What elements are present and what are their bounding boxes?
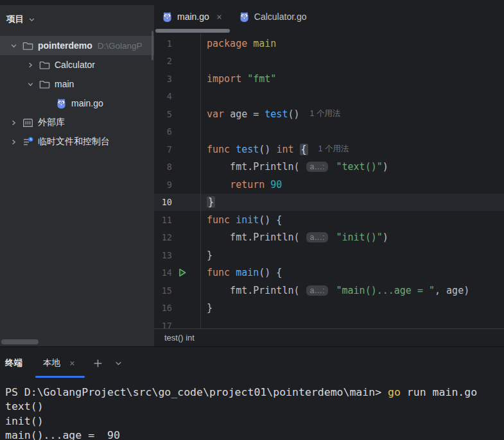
line-number[interactable]: 8 — [154, 162, 172, 172]
terminal-line: PS D:\GolangProject\src\go_code\project0… — [5, 385, 504, 400]
line-number[interactable]: 10 — [154, 197, 172, 207]
plus-icon — [92, 358, 103, 369]
code-line-9[interactable]: 9 return 90 — [154, 176, 504, 194]
token-pl — [247, 38, 253, 49]
editor-tab-Calculator.go[interactable]: Calculator.go — [231, 0, 315, 33]
editor-gutter: 10 — [154, 197, 200, 207]
code-line-14[interactable]: 14func main() { — [154, 264, 504, 282]
close-icon[interactable] — [215, 13, 223, 21]
line-number[interactable]: 15 — [154, 285, 172, 296]
project-view-selector[interactable]: 项目 — [0, 5, 154, 33]
tree-item-外部库[interactable]: 外部库 — [0, 113, 154, 132]
line-number[interactable]: 11 — [154, 215, 172, 225]
code-line-6[interactable]: 6 — [154, 123, 504, 141]
usages-inlay-hint[interactable]: 1 个用法 — [310, 108, 341, 119]
line-number[interactable]: 16 — [154, 303, 172, 313]
tree-item-临时文件和控制台[interactable]: 临时文件和控制台 — [0, 132, 154, 151]
code-line-7[interactable]: 7func test() int {1 个用法 — [154, 140, 504, 158]
code-text: package main — [200, 38, 276, 49]
code-text: } — [200, 196, 215, 208]
terminal-options-button[interactable] — [110, 355, 126, 371]
code-line-15[interactable]: 15 fmt.Println( a…: "main()...age = ", a… — [154, 282, 504, 300]
go-file-icon — [239, 12, 250, 22]
line-number[interactable]: 3 — [154, 74, 172, 84]
code-line-17[interactable]: 17 — [154, 317, 504, 328]
line-number[interactable]: 9 — [154, 180, 172, 190]
code-text: func init() { — [200, 214, 282, 226]
token-kw: return — [230, 179, 265, 190]
line-number[interactable]: 4 — [154, 91, 172, 101]
code-line-11[interactable]: 11func init() { — [154, 211, 504, 229]
token-pl: , — [435, 285, 446, 296]
editor-tab-label: main.go — [177, 12, 209, 22]
token-pl — [230, 214, 236, 226]
token-pl: . — [247, 232, 253, 243]
new-terminal-button[interactable] — [90, 355, 105, 371]
line-number[interactable]: 12 — [154, 232, 172, 242]
terminal-output[interactable]: PS D:\GolangProject\src\go_code\project0… — [0, 379, 504, 440]
editor-gutter: 4 — [154, 91, 200, 101]
editor-tab-main.go[interactable]: main.go — [154, 0, 231, 33]
chevron-right-icon[interactable] — [5, 137, 22, 147]
token-pl — [224, 108, 230, 120]
tree-item-Calculator[interactable]: Calculator — [0, 55, 154, 74]
chevron-right-icon[interactable] — [22, 60, 39, 70]
vertical-scrollbar-thumb[interactable] — [152, 31, 153, 60]
token-id: age — [446, 285, 464, 296]
editor-gutter: 6 — [154, 126, 200, 137]
tree-item-main[interactable]: main — [0, 74, 154, 94]
project-path-hint: D:\GolangP — [98, 41, 143, 51]
code-line-4[interactable]: 4 — [154, 88, 504, 106]
terminal-line: init() — [5, 414, 504, 428]
line-number[interactable]: 5 — [154, 109, 172, 119]
run-button[interactable] — [172, 267, 200, 278]
parameter-hint-pill: a…: — [306, 232, 329, 242]
editor-gutter: 16 — [154, 303, 200, 313]
terminal-command-token: go — [388, 386, 401, 398]
code-line-3[interactable]: 3import "fmt" — [154, 70, 504, 88]
line-number[interactable]: 17 — [154, 321, 172, 328]
line-number[interactable]: 13 — [154, 250, 172, 260]
usages-inlay-hint[interactable]: 1 个用法 — [318, 144, 349, 155]
code-line-2[interactable]: 2 — [154, 53, 504, 71]
tree-item-label: 外部库 — [38, 117, 65, 128]
code-line-10[interactable]: 10} — [154, 194, 504, 212]
terminal-tab-local[interactable]: 本地 — [35, 347, 85, 379]
line-number[interactable]: 7 — [154, 144, 172, 155]
code-line-13[interactable]: 13} — [154, 246, 504, 264]
code-line-12[interactable]: 12 fmt.Println( a…: "init()") — [154, 229, 504, 247]
token-pl: } — [207, 250, 213, 261]
line-number[interactable]: 2 — [154, 56, 172, 66]
token-pl: ( — [293, 232, 305, 243]
line-number[interactable]: 1 — [154, 38, 172, 49]
line-number[interactable]: 6 — [154, 126, 172, 137]
folder-icon — [22, 40, 33, 51]
code-text: fmt.Println( a…: "init()") — [200, 232, 388, 243]
token-kw: int — [276, 144, 293, 155]
code-text: func test() int {1 个用法 — [200, 144, 349, 155]
horizontal-scrollbar-thumb[interactable] — [1, 339, 39, 344]
token-pl — [230, 144, 236, 155]
code-line-5[interactable]: 5var age = test()1 个用法 — [154, 105, 504, 123]
token-kw: func — [207, 144, 230, 155]
token-pkg: main — [253, 38, 276, 49]
token-pl: ) — [464, 285, 469, 296]
code-line-1[interactable]: 1package main — [154, 35, 504, 53]
token-kw: var — [207, 108, 224, 120]
tree-item-label: main — [55, 79, 74, 89]
code-editor[interactable]: 1package main23import "fmt"45var age = t… — [154, 33, 504, 328]
code-line-16[interactable]: 16} — [154, 300, 504, 317]
editor-gutter: 11 — [154, 215, 200, 225]
chevron-right-icon[interactable] — [5, 118, 22, 128]
code-line-8[interactable]: 8 fmt.Println( a…: "text()") — [154, 158, 504, 176]
tree-item-main.go[interactable]: main.go — [0, 94, 154, 113]
token-pl — [207, 179, 230, 190]
tree-item-pointerdemo[interactable]: pointerdemoD:\GolangP — [0, 36, 154, 55]
terminal-text: main()...age = 90 — [5, 429, 120, 440]
line-number[interactable]: 14 — [154, 267, 172, 278]
parameter-hint-pill: a…: — [306, 285, 329, 296]
chevron-down-icon[interactable] — [5, 41, 22, 51]
editor-gutter: 8 — [154, 162, 200, 172]
chevron-down-icon[interactable] — [22, 80, 39, 89]
close-icon[interactable] — [67, 358, 77, 368]
